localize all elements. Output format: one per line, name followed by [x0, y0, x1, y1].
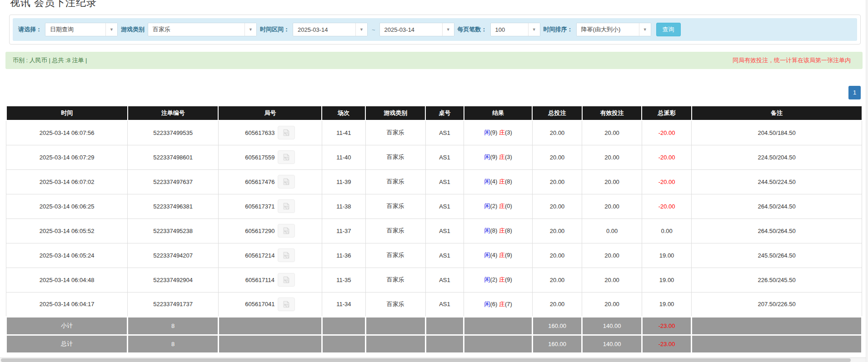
- round-id: 605617041: [245, 301, 274, 307]
- game-type-label: 游戏类别: [121, 25, 145, 34]
- page-size-value: 100: [491, 23, 528, 36]
- video-replay-button[interactable]: [278, 175, 295, 188]
- query-mode-select[interactable]: 日期查询 ▼: [45, 23, 118, 36]
- table-row: 2025-03-14 06:05:24 522337494207 6056172…: [6, 243, 862, 268]
- result-cell: 闲(2) 庄(0): [464, 194, 533, 218]
- total-total-bet: 160.00: [532, 335, 582, 353]
- session-no: 11-41: [322, 120, 365, 145]
- session-no: 11-37: [322, 218, 365, 243]
- total-bet: 20.00: [532, 218, 582, 243]
- video-replay-button[interactable]: [278, 150, 295, 164]
- bet-time: 2025-03-14 06:05:52: [6, 218, 128, 243]
- banker-result: 庄(3): [499, 129, 512, 136]
- sort-order-value: 降幂(由大到小): [577, 23, 639, 36]
- total-bet: 20.00: [532, 194, 582, 218]
- result-cell: 闲(8) 庄(8): [464, 218, 533, 243]
- table-row: 2025-03-14 06:04:48 522337492904 6056171…: [6, 268, 862, 292]
- video-replay-button[interactable]: [278, 126, 295, 139]
- total-bet: 20.00: [532, 292, 582, 317]
- round-id-cell: 605617114: [218, 268, 322, 292]
- chevron-down-icon[interactable]: ▼: [355, 23, 367, 36]
- result-cell: 闲(4) 庄(9): [464, 243, 533, 268]
- player-result: 闲(4): [484, 178, 497, 185]
- video-replay-icon: [282, 251, 290, 259]
- page-size-select[interactable]: 100 ▼: [490, 23, 540, 36]
- subtotal-label: 小计: [6, 317, 128, 335]
- date-to-select[interactable]: 2025-03-14 ▼: [379, 23, 454, 36]
- game-type: 百家乐: [365, 243, 425, 268]
- round-id: 605617476: [245, 179, 274, 185]
- chevron-down-icon[interactable]: ▼: [442, 23, 454, 36]
- player-result: 闲(4): [484, 252, 497, 258]
- col-valid-bet: 有效投注: [582, 106, 642, 120]
- filter-panel: 请选择： 日期查询 ▼ 游戏类别 百家乐 ▼ 时间区间： 2025-03-14 …: [9, 15, 861, 45]
- chevron-down-icon[interactable]: ▼: [244, 23, 256, 36]
- round-id: 605617290: [245, 228, 274, 234]
- filter-bar: 请选择： 日期查询 ▼ 游戏类别 百家乐 ▼ 时间区间： 2025-03-14 …: [13, 18, 857, 41]
- player-result: 闲(9): [484, 154, 497, 160]
- horizontal-scrollbar-thumb[interactable]: [1, 358, 851, 362]
- table-row: 2025-03-14 06:04:17 522337491737 6056170…: [6, 292, 862, 317]
- banker-result: 庄(9): [499, 252, 512, 258]
- valid-bet: 20.00: [582, 145, 642, 169]
- payout: -20.00: [642, 120, 691, 145]
- bet-id: 522337495238: [128, 218, 219, 243]
- col-result: 结果: [464, 106, 533, 120]
- table-no: AS1: [425, 194, 464, 218]
- page-button-1[interactable]: 1: [848, 86, 861, 99]
- table-no: AS1: [425, 169, 464, 194]
- remark: 226.50/245.50: [692, 268, 862, 292]
- horizontal-scrollbar[interactable]: [0, 357, 868, 362]
- banker-result: 庄(8): [499, 227, 512, 234]
- result-cell: 闲(2) 庄(9): [464, 268, 533, 292]
- subtotal-valid-bet: 140.00: [582, 317, 642, 335]
- col-bet-id: 注单编号: [128, 106, 219, 120]
- total-bet: 20.00: [532, 243, 582, 268]
- round-id-cell: 605617559: [218, 145, 322, 169]
- round-id: 605617114: [245, 277, 274, 283]
- chevron-down-icon[interactable]: ▼: [105, 23, 117, 36]
- table-no: AS1: [425, 268, 464, 292]
- video-replay-icon: [282, 276, 290, 284]
- video-replay-icon: [282, 178, 290, 186]
- date-from-select[interactable]: 2025-03-14 ▼: [293, 23, 368, 36]
- table-no: AS1: [425, 243, 464, 268]
- video-replay-icon: [282, 202, 290, 210]
- remark: 207.50/226.50: [692, 292, 862, 317]
- search-button[interactable]: 查询: [656, 23, 681, 36]
- video-replay-button[interactable]: [278, 248, 295, 262]
- remark: 204.50/184.50: [692, 120, 862, 145]
- bet-time: 2025-03-14 06:04:17: [6, 292, 128, 317]
- session-no: 11-38: [322, 194, 365, 218]
- chevron-down-icon[interactable]: ▼: [639, 23, 651, 36]
- valid-bet: 20.00: [582, 243, 642, 268]
- valid-bet: 20.00: [582, 268, 642, 292]
- bet-time: 2025-03-14 06:06:25: [6, 194, 128, 218]
- banker-result: 庄(0): [499, 203, 512, 209]
- remark: 244.50/224.50: [692, 169, 862, 194]
- vertical-scrollbar[interactable]: [866, 0, 868, 362]
- bet-id: 522337497637: [128, 169, 219, 194]
- sort-order-select[interactable]: 降幂(由大到小) ▼: [576, 23, 651, 36]
- bet-time: 2025-03-14 06:05:24: [6, 243, 128, 268]
- bet-id: 522337492904: [128, 268, 219, 292]
- query-mode-value: 日期查询: [45, 23, 105, 36]
- video-replay-button[interactable]: [278, 298, 295, 311]
- game-type: 百家乐: [365, 218, 425, 243]
- col-round-id: 局号: [218, 106, 322, 120]
- game-type-select[interactable]: 百家乐 ▼: [148, 23, 257, 36]
- table-row: 2025-03-14 06:06:25 522337496381 6056173…: [6, 194, 862, 218]
- video-replay-button[interactable]: [278, 273, 295, 287]
- video-replay-button[interactable]: [278, 199, 295, 213]
- video-replay-button[interactable]: [278, 224, 295, 238]
- payout: 0.00: [642, 218, 691, 243]
- page-size-label: 每页笔数：: [458, 25, 487, 34]
- video-replay-icon: [282, 300, 290, 308]
- game-type: 百家乐: [365, 169, 425, 194]
- chevron-down-icon[interactable]: ▼: [528, 23, 540, 36]
- table-row: 2025-03-14 06:07:56 522337499535 6056176…: [6, 120, 862, 145]
- result-cell: 闲(9) 庄(3): [464, 145, 533, 169]
- game-type: 百家乐: [365, 145, 425, 169]
- col-payout: 总派彩: [642, 106, 691, 120]
- col-game-type: 游戏类别: [365, 106, 425, 120]
